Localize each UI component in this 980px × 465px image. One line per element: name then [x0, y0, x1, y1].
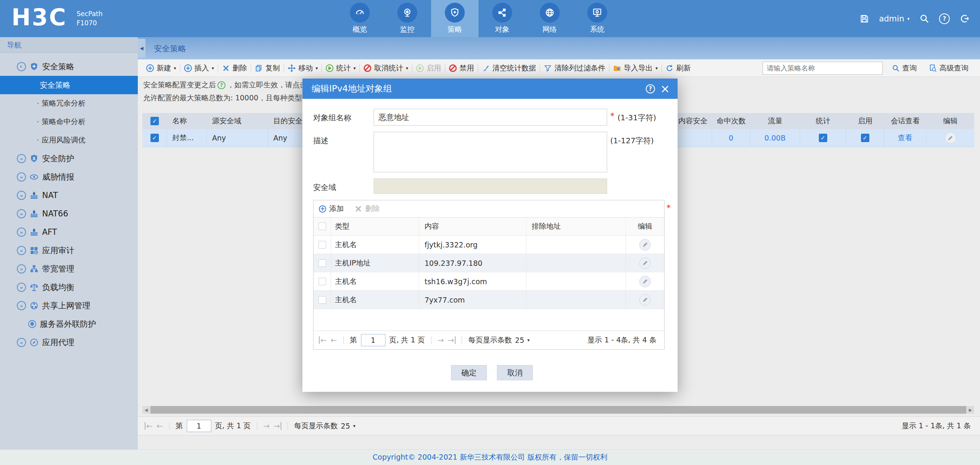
- advanced-query-button[interactable]: 高级查询: [926, 63, 972, 73]
- col-stats[interactable]: 统计: [800, 113, 846, 129]
- nav-item-object[interactable]: 对象: [479, 0, 526, 37]
- delete-button[interactable]: × 删除: [219, 63, 250, 73]
- help-icon[interactable]: ?: [939, 13, 950, 24]
- last-page-button[interactable]: →: [448, 336, 456, 344]
- last-page-button[interactable]: →: [274, 422, 282, 430]
- sidebar-item-nat[interactable]: » NAT: [0, 186, 138, 205]
- scale-icon: [29, 283, 39, 292]
- col-edit[interactable]: 编辑: [926, 113, 974, 129]
- col-src-zone[interactable]: 源安全域: [207, 113, 268, 129]
- sidebar-item-shared-internet[interactable]: » 共享上网管理: [0, 296, 138, 315]
- sidebar-item-security-policy-group[interactable]: » 安全策略: [0, 57, 138, 76]
- per-page-select[interactable]: 每页显示条数 25 ▾: [294, 421, 355, 431]
- row-checkbox[interactable]: ✓: [150, 134, 159, 142]
- sidebar-item-policy-hit-analysis[interactable]: · 策略命中分析: [0, 113, 138, 131]
- hits-link[interactable]: 0: [712, 129, 750, 147]
- page-number-input[interactable]: [187, 420, 211, 432]
- first-page-button[interactable]: ←: [145, 422, 153, 430]
- sidebar-item-bandwidth[interactable]: » 带宽管理: [0, 260, 138, 278]
- sidebar-item-threat-intel[interactable]: » 威胁情报: [0, 168, 138, 186]
- page-number-input[interactable]: [361, 334, 385, 346]
- next-page-button[interactable]: →: [263, 422, 270, 430]
- sidebar-item-server-outreach[interactable]: 服务器外联防护: [0, 315, 138, 333]
- nav-item-network[interactable]: 网络: [526, 0, 573, 37]
- copy-button[interactable]: 复制: [252, 63, 283, 73]
- edit-button[interactable]: [945, 132, 956, 144]
- refresh-button[interactable]: 刷新: [663, 63, 694, 73]
- new-button[interactable]: + 新建▾: [143, 63, 179, 73]
- select-all-checkbox[interactable]: ✓: [150, 117, 159, 125]
- cancel-button[interactable]: 取消: [497, 365, 533, 380]
- move-button[interactable]: 移动▾: [285, 63, 321, 73]
- sidebar-item-nat66[interactable]: » NAT66: [0, 205, 138, 223]
- edit-button[interactable]: [639, 294, 651, 306]
- first-page-button[interactable]: ←: [319, 336, 327, 344]
- clear-filter-button[interactable]: 清除列过滤条件: [541, 63, 608, 73]
- help-green-icon[interactable]: ?: [217, 81, 225, 89]
- enable-button[interactable]: 启用: [413, 63, 444, 73]
- per-page-select[interactable]: 每页显示条数 25 ▾: [468, 335, 529, 345]
- sidebar-item-app-proxy[interactable]: » 应用代理: [0, 333, 138, 352]
- col-enable[interactable]: 启用: [846, 113, 884, 129]
- sidebar-item-app-audit[interactable]: » 应用审计: [0, 241, 138, 260]
- col-name[interactable]: 名称: [167, 113, 207, 129]
- search-icon[interactable]: [920, 14, 929, 23]
- close-icon[interactable]: ×: [660, 83, 670, 95]
- user-menu[interactable]: admin ▾: [879, 14, 910, 23]
- disable-button[interactable]: 禁用: [446, 63, 477, 73]
- nav-item-monitor[interactable]: 监控: [384, 0, 431, 37]
- sidebar-item-label: 带宽管理: [42, 264, 74, 274]
- col-hits[interactable]: 命中次数: [712, 113, 750, 129]
- nav-item-policy[interactable]: 策略: [431, 0, 479, 37]
- object-group-name-input[interactable]: [374, 109, 607, 126]
- sidebar-item-load-balance[interactable]: » 负载均衡: [0, 278, 138, 296]
- save-icon[interactable]: [860, 14, 869, 23]
- query-button[interactable]: 查询: [889, 63, 920, 73]
- ok-button[interactable]: 确定: [451, 365, 487, 380]
- scroll-right-arrow-icon[interactable]: ▶: [967, 408, 974, 413]
- col-session[interactable]: 会话查看: [884, 113, 926, 129]
- cell-content: tsh16.w3g7j.com: [419, 272, 526, 290]
- prev-page-button[interactable]: ←: [331, 336, 337, 344]
- stats-checkbox[interactable]: ✓: [819, 134, 827, 142]
- delete-address-button[interactable]: × 删除: [354, 204, 380, 214]
- col-traffic[interactable]: 流量: [750, 113, 800, 129]
- sidebar-item-security-protection[interactable]: » 安全防护: [0, 149, 138, 168]
- col-content-security[interactable]: 内容安全: [674, 113, 712, 129]
- nav-item-system[interactable]: 系统: [573, 0, 621, 37]
- edit-button[interactable]: [639, 239, 651, 251]
- scroll-left-arrow-icon[interactable]: ◀: [142, 408, 150, 413]
- next-page-button[interactable]: →: [438, 336, 444, 344]
- clear-stats-button[interactable]: 清空统计数据: [479, 63, 539, 73]
- row-checkbox[interactable]: [318, 259, 326, 267]
- enable-checkbox[interactable]: ✓: [861, 134, 869, 142]
- sidebar-item-security-policy[interactable]: 安全策略: [0, 76, 138, 94]
- traffic-link[interactable]: 0.00B: [750, 129, 800, 147]
- insert-button[interactable]: + 插入▾: [181, 63, 217, 73]
- row-checkbox[interactable]: [318, 296, 326, 304]
- sidebar-item-policy-redundancy[interactable]: · 策略冗余分析: [0, 94, 138, 113]
- select-all-checkbox[interactable]: [318, 223, 326, 230]
- session-view-link[interactable]: 查看: [884, 129, 926, 147]
- import-export-button[interactable]: 导入导出▾: [610, 63, 661, 73]
- add-address-button[interactable]: + 添加: [319, 204, 344, 214]
- cell-exclude: [526, 254, 626, 272]
- policy-search-input[interactable]: [763, 62, 883, 75]
- cancel-stats-button[interactable]: 取消统计▾: [361, 63, 411, 73]
- dialog-help-icon[interactable]: ?: [646, 84, 655, 93]
- stats-button[interactable]: 统计▾: [323, 63, 359, 73]
- sidebar: 导航 » 安全策略 安全策略 · 策略冗余分析 · 策略命中分析 ·: [0, 37, 138, 450]
- row-checkbox[interactable]: [318, 278, 326, 285]
- horizontal-scrollbar[interactable]: ◀ ▶: [142, 406, 974, 414]
- edit-button[interactable]: [639, 257, 651, 269]
- edit-button[interactable]: [639, 276, 651, 287]
- sidebar-collapse-handle[interactable]: ◀: [138, 39, 145, 58]
- nav-item-overview[interactable]: 概览: [336, 0, 384, 37]
- sidebar-item-aft[interactable]: » AFT: [0, 223, 138, 241]
- scrollbar-thumb[interactable]: [150, 406, 966, 414]
- sidebar-item-app-risk-tuning[interactable]: · 应用风险调优: [0, 131, 138, 149]
- row-checkbox[interactable]: [318, 241, 326, 249]
- prev-page-button[interactable]: ←: [157, 422, 163, 430]
- logout-icon[interactable]: [960, 14, 969, 23]
- description-textarea[interactable]: [374, 132, 607, 172]
